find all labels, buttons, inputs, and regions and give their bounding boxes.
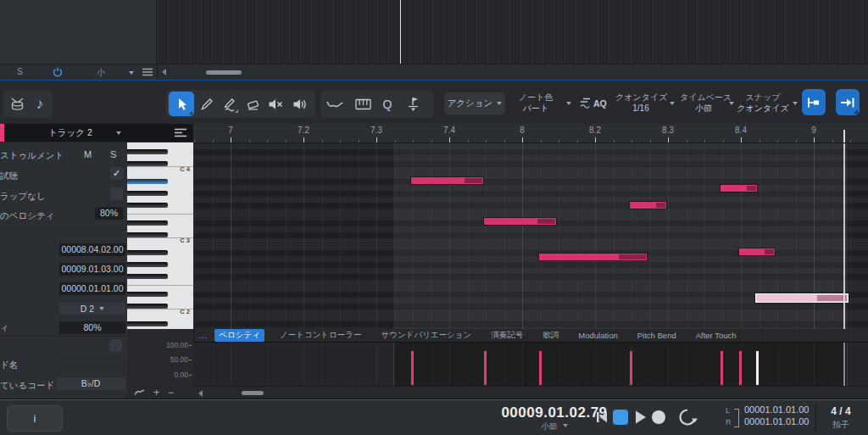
midi-note[interactable] [739,248,775,255]
humanize-icon[interactable] [576,94,593,111]
piano-key-black[interactable] [127,250,168,255]
track-list-icon[interactable] [175,128,186,137]
solo-button[interactable]: S [110,149,116,159]
piano-key-black[interactable] [127,262,168,267]
audition-checkbox[interactable]: ✓ [110,167,123,180]
velocity-field[interactable]: 80% [59,321,125,334]
action-menu-button[interactable]: アクション [444,92,505,114]
piano-key-black-highlighted[interactable] [127,179,168,184]
curve-tool-icon[interactable] [325,95,345,114]
note-length-field[interactable]: 00000.01.01.00 [59,282,125,295]
velocity-bar[interactable] [539,351,542,385]
drum-editor-icon[interactable] [8,96,25,113]
lane-tab[interactable]: After Touch [692,330,741,341]
piano-key-black[interactable] [127,191,168,196]
info-button[interactable]: i [7,405,63,432]
articulation-tool-icon[interactable] [403,94,424,114]
remove-lane-button[interactable]: − [168,388,174,397]
velocity-bar-selected[interactable] [756,351,759,385]
loop-end-value[interactable]: 00001.01.01.00 [744,416,809,427]
note-resize-handle[interactable] [747,186,756,191]
stop-button[interactable] [613,410,628,425]
velocity-bar[interactable] [630,351,632,385]
piano-keyboard[interactable]: C 4C 3C 2 [127,142,194,329]
loop-start-value[interactable]: 00001.01.01.00 [744,404,809,415]
autoscroll-button[interactable] [836,89,860,115]
lane-tab[interactable]: ベロシティ [214,329,264,342]
menu-icon[interactable] [142,68,153,76]
velocity-bar[interactable] [484,351,487,385]
note-resize-handle[interactable] [656,203,665,208]
solo-button[interactable]: S [17,67,23,76]
track-size-label[interactable]: 小 [97,67,105,79]
note-resize-handle[interactable] [765,249,774,254]
midi-note[interactable] [484,218,556,225]
mute-tool-icon[interactable] [265,95,286,114]
timebase-selector[interactable]: タイムベース 小節 [680,92,727,114]
pencil-tool-icon[interactable] [198,95,216,114]
arrow-tool-button[interactable] [169,92,194,116]
snap-selector[interactable]: スナップ クオンタイズ [736,92,790,114]
quantize-selector[interactable]: クオンタイズ 1/16 [615,92,666,114]
midi-note[interactable] [411,177,483,184]
midi-note-selected[interactable] [756,294,848,302]
lane-tab[interactable]: 演奏記号 [487,329,527,342]
chevron-down-icon[interactable] [793,102,798,105]
pitch-dropdown[interactable]: D 2 [59,302,125,315]
note-color-selector[interactable]: ノート色 パート [509,92,563,114]
lane-tab[interactable]: 歌詞 [538,329,563,342]
piano-key-black[interactable] [127,149,168,154]
note-end-field[interactable]: 00009.01.03.00 [59,263,125,276]
velocity-bar[interactable] [739,351,742,385]
piano-key-black[interactable] [127,321,168,326]
chevron-down-icon[interactable] [729,102,734,105]
piano-key-black[interactable] [127,161,168,166]
lane-tab[interactable]: Pitch Bend [633,330,681,341]
piano-key-black[interactable] [127,203,168,208]
scroll-left-icon[interactable] [162,69,166,75]
playhead-ruler[interactable] [843,130,845,142]
chevron-down-icon[interactable] [670,102,675,105]
keyboard-icon[interactable] [353,95,373,114]
curve-mode-icon[interactable] [134,389,145,396]
chevron-down-icon[interactable] [116,131,121,135]
paint-tool-icon[interactable] [220,95,239,114]
chevron-down-icon[interactable] [566,102,571,105]
scroll-left-icon[interactable] [198,390,203,397]
chord-name-field[interactable] [56,357,125,370]
loop-button[interactable] [676,408,698,427]
note-resize-handle[interactable] [537,219,555,224]
lane-tab[interactable]: Modulation [574,330,621,341]
add-lane-button[interactable]: + [153,388,159,397]
midi-note[interactable] [539,254,647,260]
wrap-checkbox[interactable] [110,187,123,200]
play-button[interactable] [634,410,647,425]
return-to-start-button[interactable] [595,410,609,424]
midi-part-region[interactable] [393,143,848,330]
piano-key-black[interactable] [127,304,168,309]
note-grid[interactable] [193,142,868,330]
piano-key-black[interactable] [127,232,168,237]
timeline-ruler[interactable]: 77.27.37.488.28.38.49 [193,124,868,143]
chevron-down-icon[interactable] [129,71,134,75]
power-icon[interactable] [53,67,63,77]
velocity-bar[interactable] [411,351,414,385]
quantize-tool-button[interactable]: Q [378,96,397,113]
treble-clef-icon[interactable]: ♪ [31,94,48,114]
piano-key-black[interactable] [127,292,168,297]
note-resize-handle[interactable] [817,295,847,301]
midi-note[interactable] [630,202,666,209]
track-title-bar[interactable]: トラック 2 [4,124,193,142]
midi-note[interactable] [721,185,757,192]
time-signature-value[interactable]: 4 / 4 [821,405,861,417]
editor-hscrollbar-thumb[interactable] [242,391,264,395]
arrange-area[interactable] [157,0,868,64]
velocity-lane[interactable] [193,342,868,387]
velocity-bar[interactable] [721,351,723,385]
mute-button[interactable]: M [84,149,92,159]
listen-tool-icon[interactable] [290,95,310,114]
note-start-field[interactable]: 00008.04.02.00 [59,243,125,256]
lane-tab[interactable]: ノートコントローラー [275,329,366,342]
snap-toggle-button[interactable] [802,89,826,115]
current-chord-field[interactable]: B♭/D [56,377,125,390]
